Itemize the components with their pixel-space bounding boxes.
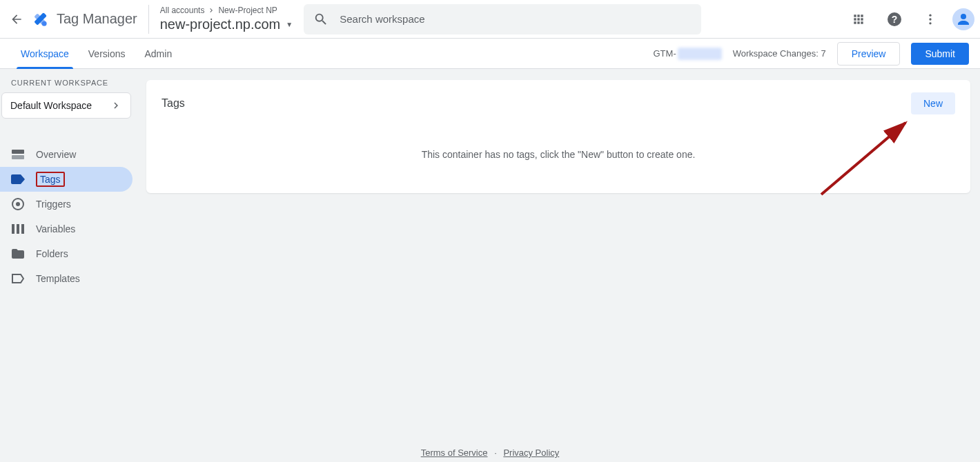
new-tag-button[interactable]: New	[911, 92, 955, 114]
apps-button[interactable]	[845, 6, 872, 33]
nav-templates[interactable]: Templates	[0, 266, 133, 291]
nav-folders[interactable]: Folders	[0, 241, 133, 266]
arrow-left-icon	[10, 12, 23, 26]
app-name: Tag Manager	[57, 11, 137, 27]
svg-rect-10	[12, 155, 24, 159]
container-id[interactable]: GTM-	[654, 48, 722, 60]
variables-icon	[12, 224, 24, 234]
footer: Terms of Service · Privacy Policy	[0, 448, 980, 458]
submit-button[interactable]: Submit	[911, 43, 969, 65]
overview-icon	[12, 150, 24, 159]
svg-text:?: ?	[892, 14, 898, 25]
sidebar: CURRENT WORKSPACE Default Workspace Over…	[0, 69, 138, 462]
svg-point-5	[929, 14, 931, 16]
footer-separator: ·	[494, 448, 497, 458]
main-content: Tags New This container has no tags, cli…	[138, 69, 980, 462]
svg-point-8	[961, 14, 966, 19]
privacy-link[interactable]: Privacy Policy	[503, 448, 559, 458]
trigger-icon	[12, 198, 24, 210]
tab-label: Admin	[144, 48, 172, 59]
person-icon	[955, 11, 972, 28]
breadcrumb-root: All accounts	[160, 6, 205, 15]
svg-point-6	[929, 18, 931, 20]
gtm-prefix: GTM-	[654, 48, 676, 59]
caret-down-icon: ▼	[286, 21, 293, 28]
tab-label: Versions	[88, 48, 126, 59]
apps-grid-icon	[852, 12, 865, 26]
container-name-label: new-project.np.com	[160, 17, 281, 32]
svg-rect-14	[17, 224, 19, 234]
nav-label: Triggers	[36, 199, 71, 210]
container-selector[interactable]: new-project.np.com ▼	[160, 17, 293, 32]
preview-button[interactable]: Preview	[837, 42, 901, 66]
nav-label: Overview	[36, 149, 76, 160]
tag-icon	[11, 174, 25, 184]
folder-icon	[12, 249, 24, 259]
nav-label: Variables	[36, 223, 75, 234]
nav-list: Overview Tags Triggers Variables Folders…	[0, 142, 138, 291]
nav-label: Folders	[36, 248, 68, 259]
tab-label: Workspace	[21, 48, 69, 59]
sub-bar: Workspace Versions Admin GTM- Workspace …	[0, 39, 980, 69]
tab-versions[interactable]: Versions	[79, 39, 135, 69]
tags-card: Tags New This container has no tags, cli…	[146, 80, 970, 193]
chevron-right-icon	[110, 99, 122, 112]
workspace-changes[interactable]: Workspace Changes: 7	[733, 48, 826, 59]
card-title: Tags	[161, 97, 185, 110]
more-vert-icon	[923, 12, 937, 26]
nav-label: Tags	[36, 172, 65, 187]
search-input[interactable]: Search workspace	[304, 4, 701, 34]
more-button[interactable]	[917, 6, 944, 33]
nav-tags[interactable]: Tags	[0, 167, 133, 192]
changes-label: Workspace Changes:	[733, 48, 819, 59]
help-button[interactable]: ?	[881, 6, 908, 33]
breadcrumb[interactable]: All accounts New-Project NP new-project.…	[160, 6, 293, 32]
breadcrumb-leaf: New-Project NP	[218, 6, 277, 15]
svg-rect-9	[12, 150, 24, 154]
workspace-selector[interactable]: Default Workspace	[1, 92, 131, 119]
help-icon: ?	[886, 11, 903, 28]
svg-rect-15	[21, 224, 24, 234]
search-placeholder: Search workspace	[340, 13, 424, 25]
svg-rect-13	[12, 224, 14, 234]
nav-label: Templates	[36, 273, 80, 284]
tag-manager-logo-icon	[30, 10, 50, 29]
changes-count: 7	[821, 48, 825, 59]
workspace-name: Default Workspace	[10, 100, 92, 111]
tab-admin[interactable]: Admin	[135, 39, 182, 69]
nav-variables[interactable]: Variables	[0, 217, 133, 241]
empty-state-message: This container has no tags, click the "N…	[146, 121, 970, 193]
gtm-id-blurred	[678, 48, 722, 60]
nav-triggers[interactable]: Triggers	[0, 192, 133, 217]
svg-point-12	[16, 202, 20, 206]
nav-overview[interactable]: Overview	[0, 142, 133, 167]
account-avatar[interactable]	[952, 8, 974, 30]
template-icon	[12, 274, 24, 283]
workspace-section-label: CURRENT WORKSPACE	[0, 79, 138, 87]
terms-link[interactable]: Terms of Service	[421, 448, 488, 458]
logo-area: Tag Manager	[30, 10, 137, 29]
top-bar: Tag Manager All accounts New-Project NP …	[0, 0, 980, 39]
tab-workspace[interactable]: Workspace	[11, 39, 79, 69]
back-button[interactable]	[6, 8, 28, 30]
svg-point-7	[929, 22, 931, 24]
chevron-right-icon	[207, 6, 215, 14]
divider	[148, 5, 149, 34]
svg-point-2	[42, 21, 47, 26]
search-icon	[313, 12, 329, 27]
